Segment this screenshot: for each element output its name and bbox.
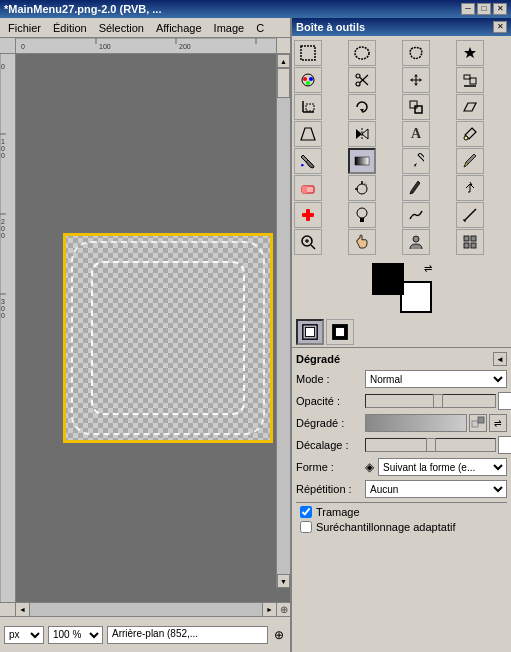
offset-input[interactable]: 0.0	[498, 436, 511, 454]
svg-rect-72	[471, 236, 476, 241]
svg-text:3: 3	[1, 298, 5, 305]
menu-image[interactable]: Image	[208, 21, 251, 35]
svg-rect-48	[418, 153, 424, 162]
gradient-label: Dégradé :	[296, 417, 361, 429]
repeat-select[interactable]: Aucun	[365, 480, 507, 498]
crop-tool[interactable]	[294, 94, 322, 120]
paintbrush-tool[interactable]	[456, 148, 484, 174]
text-tool[interactable]: A	[402, 121, 430, 147]
unit-select[interactable]: px	[4, 626, 44, 644]
options-expand-button[interactable]: ◄	[493, 352, 507, 366]
rect-select-tool[interactable]	[294, 40, 322, 66]
lasso-tool[interactable]	[402, 40, 430, 66]
scissors-tool[interactable]	[348, 67, 376, 93]
ruler-vertical: 0 1 0 0 2 0 0 3 0 0	[0, 54, 16, 602]
ink-tool[interactable]	[402, 175, 430, 201]
color-area: ⇌	[292, 259, 511, 317]
scale-tool[interactable]	[402, 94, 430, 120]
pencil-tool[interactable]	[402, 148, 430, 174]
hand-tool[interactable]	[348, 229, 376, 255]
scrollbar-h-track[interactable]	[30, 603, 262, 616]
canvas-scroll[interactable]: ▲ ▼	[16, 54, 290, 602]
editor-statusbar: px 100 % Arrière-plan (852,... ⊕	[0, 616, 290, 652]
dodge-burn-tool[interactable]	[348, 202, 376, 228]
app-container: Fichier Édition Sélection Affichage Imag…	[0, 18, 511, 652]
measure-tool[interactable]	[456, 202, 484, 228]
add-user-tool[interactable]	[402, 229, 430, 255]
shape-select[interactable]: Suivant la forme (e...	[378, 458, 507, 476]
ellipse-select-tool[interactable]	[348, 40, 376, 66]
svg-rect-47	[355, 157, 369, 165]
svg-marker-42	[301, 128, 315, 140]
svg-rect-40	[415, 106, 422, 113]
heal-tool[interactable]	[294, 202, 322, 228]
tramage-checkbox[interactable]	[300, 506, 312, 518]
minimize-button[interactable]: ─	[461, 3, 475, 15]
offset-control: 0.0 ▲ ▼	[365, 436, 511, 454]
offset-slider[interactable]	[365, 438, 496, 452]
svg-text:200: 200	[179, 43, 191, 50]
gradient-edit-button[interactable]	[469, 414, 487, 432]
maximize-button[interactable]: □	[477, 3, 491, 15]
svg-rect-80	[478, 417, 484, 423]
background-color[interactable]	[400, 281, 432, 313]
menu-edition[interactable]: Édition	[47, 21, 93, 35]
align-tool[interactable]	[456, 67, 484, 93]
color-select-tool[interactable]	[294, 67, 322, 93]
scroll-down-button[interactable]: ▼	[277, 574, 290, 588]
normal-mode-button[interactable]	[296, 319, 324, 345]
gradient-preview[interactable]	[365, 414, 467, 432]
surechantillonnage-checkbox[interactable]	[300, 521, 312, 533]
scroll-right-button[interactable]: ►	[262, 603, 276, 616]
airbrush-tool[interactable]	[348, 175, 376, 201]
svg-rect-76	[306, 328, 315, 337]
gradient-tool[interactable]	[348, 148, 376, 174]
svg-rect-21	[301, 46, 315, 60]
status-info: Arrière-plan (852,...	[107, 626, 268, 644]
flip-tool[interactable]	[348, 121, 376, 147]
navigate-icon[interactable]: ⊕	[272, 628, 286, 642]
opacity-slider[interactable]	[365, 394, 496, 408]
quickmask-mode-button[interactable]	[326, 319, 354, 345]
menu-fichier[interactable]: Fichier	[2, 21, 47, 35]
shape-label: Forme :	[296, 461, 361, 473]
rotate-tool[interactable]	[348, 94, 376, 120]
toolbox-close-button[interactable]: ✕	[493, 21, 507, 33]
eraser-tool[interactable]	[294, 175, 322, 201]
menu-selection[interactable]: Sélection	[93, 21, 150, 35]
clone-tool[interactable]	[456, 175, 484, 201]
extra-tool[interactable]	[456, 229, 484, 255]
image-area	[63, 233, 273, 443]
fuzzy-select-tool[interactable]	[456, 40, 484, 66]
svg-text:100: 100	[99, 43, 111, 50]
color-picker-tool[interactable]	[456, 121, 484, 147]
resize-corner[interactable]: ⊕	[276, 603, 290, 617]
svg-marker-44	[362, 129, 368, 139]
zoom-tool[interactable]	[294, 229, 322, 255]
shape-option-row: Forme : ◈ Suivant la forme (e...	[296, 458, 507, 476]
svg-rect-38	[306, 104, 314, 111]
shear-tool[interactable]	[456, 94, 484, 120]
svg-text:1: 1	[1, 138, 5, 145]
close-button[interactable]: ✕	[493, 3, 507, 15]
scrollbar-v-track[interactable]	[277, 68, 290, 574]
foreground-color[interactable]	[372, 263, 404, 295]
scroll-up-button[interactable]: ▲	[277, 54, 290, 68]
smudge-tool[interactable]	[402, 202, 430, 228]
bucket-fill-tool[interactable]	[294, 148, 322, 174]
svg-text:0: 0	[1, 145, 5, 152]
menu-affichage[interactable]: Affichage	[150, 21, 208, 35]
swap-colors-icon[interactable]: ⇌	[424, 263, 432, 274]
gradient-reverse-button[interactable]: ⇌	[489, 414, 507, 432]
scrollbar-v-thumb[interactable]	[277, 68, 290, 98]
scrollbar-corner-top	[276, 38, 290, 54]
scroll-left-button[interactable]: ◄	[16, 603, 30, 616]
svg-point-26	[306, 81, 310, 85]
mode-select[interactable]: Normal	[365, 370, 507, 388]
opacity-input[interactable]: 55.9	[498, 392, 511, 410]
zoom-select[interactable]: 100 %	[48, 626, 103, 644]
perspective-tool[interactable]	[294, 121, 322, 147]
svg-point-56	[366, 187, 367, 188]
menu-extra[interactable]: C	[250, 21, 270, 35]
move-tool[interactable]	[402, 67, 430, 93]
